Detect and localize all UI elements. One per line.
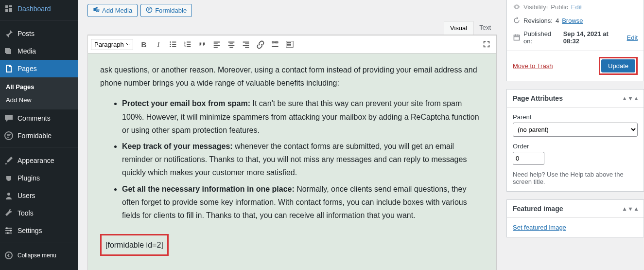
sidebar-item-label: Settings xyxy=(17,227,42,234)
eye-icon xyxy=(513,3,521,11)
svg-point-1 xyxy=(7,193,10,196)
revisions-browse[interactable]: Browse xyxy=(562,17,583,24)
sidebar-item-label: Formidable xyxy=(17,132,52,140)
align-right-button[interactable] xyxy=(239,37,253,51)
add-media-label: Add Media xyxy=(102,7,132,14)
revisions-count: 4 xyxy=(556,17,559,24)
page-attributes-head[interactable]: Page Attributes ▴ ▾ ▴ xyxy=(507,90,644,108)
formidable-button[interactable]: Formidable xyxy=(140,4,192,17)
align-center-button[interactable] xyxy=(225,37,238,51)
editor-content[interactable]: ask questions, or another reason. Moreov… xyxy=(87,53,497,270)
content-bullet-3: Get all the necessary information in one… xyxy=(122,182,484,222)
order-input[interactable] xyxy=(513,152,544,165)
fullscreen-button[interactable] xyxy=(480,37,493,51)
featured-image-box: Featured image ▴ ▾ ▴ Set featured image xyxy=(506,199,644,237)
published-value: Sep 14, 2021 at 08:32 xyxy=(563,30,624,45)
format-select[interactable]: Paragraph xyxy=(91,39,133,50)
move-to-trash[interactable]: Move to Trash xyxy=(513,62,553,70)
svg-rect-15 xyxy=(289,42,291,44)
order-label: Order xyxy=(513,143,638,150)
sidebar-sub-add-new[interactable]: Add New xyxy=(0,93,78,107)
camera-music-icon xyxy=(93,6,100,15)
italic-button[interactable]: I xyxy=(152,37,165,51)
svg-point-9 xyxy=(170,46,171,47)
ol-button[interactable]: 123 xyxy=(181,37,194,51)
update-button[interactable]: Update xyxy=(601,59,635,72)
sidebar-item-posts[interactable]: Posts xyxy=(0,25,78,42)
formidable-label: Formidable xyxy=(155,7,187,14)
shortcode-highlight: [formidable id=2] xyxy=(100,234,169,256)
media-icon xyxy=(4,46,14,56)
toggle-icon[interactable]: ▴ xyxy=(635,205,638,212)
svg-point-8 xyxy=(170,44,171,45)
visibility-value: Public xyxy=(551,3,568,11)
sidebar-item-label: Pages xyxy=(17,65,37,72)
publish-box: Visibility: Public Edit Revisions: 4 Bro… xyxy=(506,0,644,81)
tab-text[interactable]: Text xyxy=(473,21,497,35)
sidebar-item-label: Appearance xyxy=(17,157,54,164)
toolbar-toggle-button[interactable] xyxy=(283,37,296,51)
ul-button[interactable] xyxy=(166,37,180,51)
svg-point-3 xyxy=(10,230,12,232)
svg-point-7 xyxy=(170,41,171,43)
parent-select[interactable]: (no parent) xyxy=(513,123,638,137)
more-button[interactable] xyxy=(268,37,282,51)
calendar-icon xyxy=(513,34,521,41)
sliders-icon xyxy=(4,226,14,235)
brush-icon xyxy=(4,156,14,165)
published-row: Published on: Sep 14, 2021 at 08:32 Edit xyxy=(507,27,644,48)
revisions-label: Revisions: xyxy=(523,17,553,24)
sidebar-item-plugins[interactable]: Plugins xyxy=(0,169,78,187)
sidebar-item-comments[interactable]: Comments xyxy=(0,109,78,127)
sidebar-item-label: Posts xyxy=(17,30,35,37)
sidebar-item-tools[interactable]: Tools xyxy=(0,204,78,222)
link-button[interactable] xyxy=(254,37,267,51)
svg-rect-16 xyxy=(287,44,289,46)
admin-sidebar: Dashboard Posts Media Pages All Pages Ad… xyxy=(0,0,78,270)
sidebar-item-users[interactable]: Users xyxy=(0,187,78,204)
move-down-icon[interactable]: ▾ xyxy=(629,205,632,212)
featured-image-head[interactable]: Featured image ▴ ▾ ▴ xyxy=(507,200,644,218)
formidable-small-icon xyxy=(146,6,153,15)
sidebar-item-label: Comments xyxy=(17,114,51,122)
bold-button[interactable]: B xyxy=(137,37,151,51)
published-edit[interactable]: Edit xyxy=(627,34,638,41)
svg-point-4 xyxy=(7,232,9,234)
revisions-icon xyxy=(513,17,521,24)
sidebar-sub-all-pages[interactable]: All Pages xyxy=(0,80,78,93)
sidebar-item-label: Collapse menu xyxy=(17,252,56,259)
quote-button[interactable] xyxy=(195,37,209,51)
pages-icon xyxy=(4,64,14,73)
move-up-icon[interactable]: ▴ xyxy=(623,95,626,102)
page-attributes-title: Page Attributes xyxy=(513,94,563,102)
align-left-button[interactable] xyxy=(210,37,224,51)
svg-point-5 xyxy=(5,252,12,259)
sidebar-item-settings[interactable]: Settings xyxy=(0,222,78,239)
sidebar-item-media[interactable]: Media xyxy=(0,42,78,60)
sidebar-item-formidable[interactable]: Formidable xyxy=(0,127,78,144)
sidebar-item-label: Tools xyxy=(17,209,34,217)
sidebar-submenu: All Pages Add New xyxy=(0,77,78,109)
editor-tabs: Visual Text xyxy=(87,21,497,35)
svg-rect-18 xyxy=(514,35,519,40)
visibility-edit[interactable]: Edit xyxy=(571,3,582,11)
sidebar-item-appearance[interactable]: Appearance xyxy=(0,152,78,169)
sidebar-item-collapse[interactable]: Collapse menu xyxy=(0,247,78,264)
svg-rect-14 xyxy=(287,42,289,44)
add-media-button[interactable]: Add Media xyxy=(87,4,138,17)
published-label: Published on: xyxy=(523,30,560,45)
update-highlight: Update xyxy=(599,57,638,75)
sidebar-item-label: Plugins xyxy=(17,174,40,182)
tab-visual[interactable]: Visual xyxy=(444,21,473,35)
move-down-icon[interactable]: ▾ xyxy=(629,95,632,102)
content-intro: ask questions, or another reason. Moreov… xyxy=(100,63,484,90)
sidebar-item-dashboard[interactable]: Dashboard xyxy=(0,0,78,18)
visibility-row: Visibility: Public Edit xyxy=(507,0,644,14)
move-up-icon[interactable]: ▴ xyxy=(623,205,626,212)
plug-icon xyxy=(4,173,14,183)
sidebar-item-label: Dashboard xyxy=(17,5,51,13)
sidebar-item-pages[interactable]: Pages xyxy=(0,60,78,77)
user-icon xyxy=(4,191,14,200)
set-featured-image[interactable]: Set featured image xyxy=(513,224,566,231)
toggle-icon[interactable]: ▴ xyxy=(635,95,638,102)
